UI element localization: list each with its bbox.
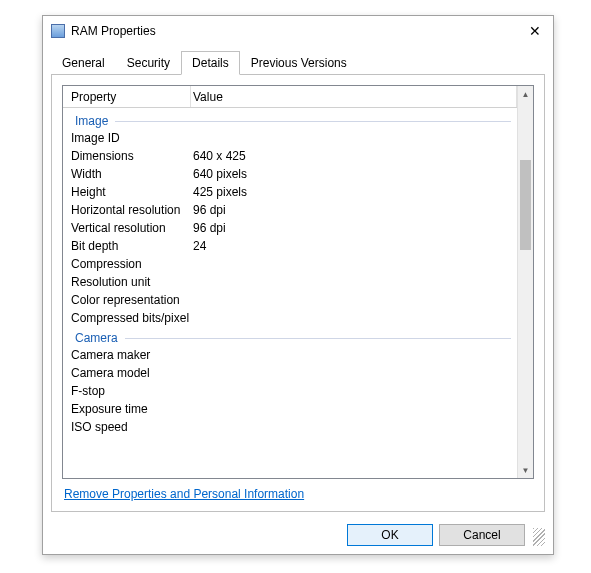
row-resolution-unit[interactable]: Resolution unit [63,273,517,291]
window-title: RAM Properties [71,24,525,38]
scroll-up-icon[interactable]: ▲ [518,86,533,102]
row-bit-depth[interactable]: Bit depth 24 [63,237,517,255]
property-value: 96 dpi [191,221,517,235]
row-height[interactable]: Height 425 pixels [63,183,517,201]
row-dimensions[interactable]: Dimensions 640 x 425 [63,147,517,165]
property-label: Width [63,167,191,181]
row-image-id[interactable]: Image ID [63,129,517,147]
tab-previous-versions[interactable]: Previous Versions [240,51,358,75]
details-body: Image Image ID Dimensions 640 x 425 Widt… [63,108,517,438]
property-label: Dimensions [63,149,191,163]
tab-strip: General Security Details Previous Versio… [43,46,553,74]
property-label: Compressed bits/pixel [63,311,191,325]
details-panel: Property Value Image Image ID Dimensions… [51,74,545,512]
ok-button[interactable]: OK [347,524,433,546]
property-label: Color representation [63,293,191,307]
property-label: F-stop [63,384,191,398]
property-value: 96 dpi [191,203,517,217]
tab-security[interactable]: Security [116,51,181,75]
row-color-representation[interactable]: Color representation [63,291,517,309]
row-vertical-resolution[interactable]: Vertical resolution 96 dpi [63,219,517,237]
scroll-thumb[interactable] [520,160,531,250]
property-label: Camera maker [63,348,191,362]
row-compressed-bits-pixel[interactable]: Compressed bits/pixel [63,309,517,327]
scrollbar[interactable]: ▲ ▼ [517,86,533,478]
scroll-down-icon[interactable]: ▼ [518,462,533,478]
property-label: Resolution unit [63,275,191,289]
row-f-stop[interactable]: F-stop [63,382,517,400]
property-label: Camera model [63,366,191,380]
column-headers: Property Value [63,86,517,108]
cancel-button[interactable]: Cancel [439,524,525,546]
remove-properties-link[interactable]: Remove Properties and Personal Informati… [64,487,304,501]
property-label: Horizontal resolution [63,203,191,217]
close-icon[interactable]: ✕ [525,23,545,39]
property-label: Height [63,185,191,199]
property-label: Bit depth [63,239,191,253]
property-value: 425 pixels [191,185,517,199]
column-header-value[interactable]: Value [191,86,517,107]
tab-details[interactable]: Details [181,51,240,75]
row-horizontal-resolution[interactable]: Horizontal resolution 96 dpi [63,201,517,219]
link-row: Remove Properties and Personal Informati… [62,479,534,503]
row-compression[interactable]: Compression [63,255,517,273]
properties-window: RAM Properties ✕ General Security Detail… [42,15,554,555]
resize-grip[interactable] [533,528,545,546]
row-exposure-time[interactable]: Exposure time [63,400,517,418]
property-label: Image ID [63,131,191,145]
property-value: 640 x 425 [191,149,517,163]
section-image: Image [63,110,517,129]
row-camera-model[interactable]: Camera model [63,364,517,382]
property-label: ISO speed [63,420,191,434]
property-value: 640 pixels [191,167,517,181]
button-row: OK Cancel [43,520,553,554]
details-content: Property Value Image Image ID Dimensions… [63,86,517,478]
row-width[interactable]: Width 640 pixels [63,165,517,183]
section-camera: Camera [63,327,517,346]
property-label: Vertical resolution [63,221,191,235]
column-header-property[interactable]: Property [63,86,191,107]
property-label: Exposure time [63,402,191,416]
row-iso-speed[interactable]: ISO speed [63,418,517,436]
details-list: Property Value Image Image ID Dimensions… [62,85,534,479]
tab-general[interactable]: General [51,51,116,75]
app-icon [51,24,65,38]
titlebar: RAM Properties ✕ [43,16,553,46]
row-camera-maker[interactable]: Camera maker [63,346,517,364]
property-value: 24 [191,239,517,253]
property-label: Compression [63,257,191,271]
